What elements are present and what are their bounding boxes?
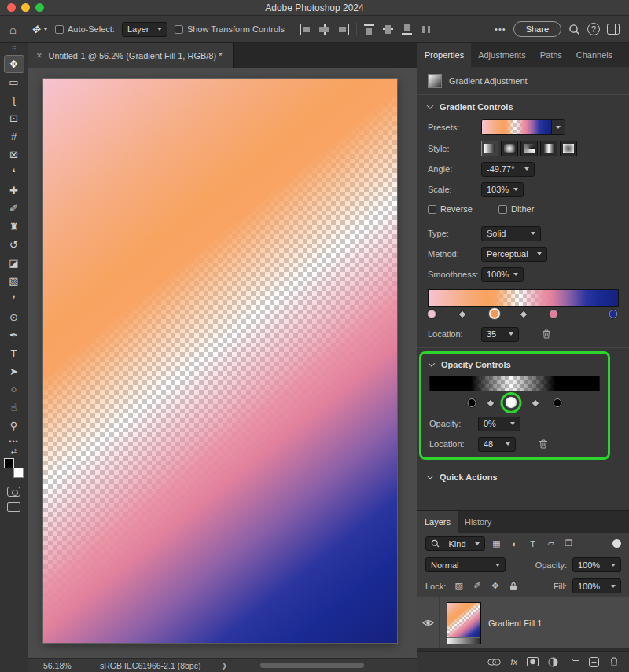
eyedropper-tool[interactable]: ❛ [4,163,24,182]
lock-transparent-pixels-icon[interactable]: ▨ [452,581,465,591]
align-top-edges-button[interactable] [364,24,376,35]
filter-type-layers-icon[interactable]: T [526,539,539,549]
foreground-color-swatch[interactable] [4,458,14,468]
style-radial-button[interactable] [501,141,518,156]
style-angle-button[interactable] [520,141,538,156]
tab-channels[interactable]: Channels [569,43,620,67]
screen-mode-button[interactable] [7,502,20,512]
dodge-tool[interactable]: ⊙ [4,308,24,326]
delete-opacity-stop-button[interactable] [538,439,549,450]
brush-tool[interactable]: ✐ [4,200,24,218]
blur-tool[interactable]: ❜ [4,290,24,308]
close-window-button[interactable] [7,3,16,12]
opacity-stop-left[interactable] [468,398,476,407]
filter-pixel-layers-icon[interactable]: ▦ [490,538,503,549]
more-options-button[interactable]: ••• [495,24,506,34]
layer-thumbnail[interactable] [447,602,481,644]
filter-adjustment-layers-icon[interactable]: ◐ [508,539,521,549]
method-dropdown[interactable]: Perceptual [481,247,547,262]
scale-dropdown[interactable]: 103% [481,182,524,197]
frame-tool[interactable]: ⊠ [4,145,24,163]
align-right-edges-button[interactable] [337,24,349,35]
midpoint-diamond[interactable] [487,400,494,406]
type-tool[interactable]: T [4,344,24,362]
tab-layers[interactable]: Layers [417,511,458,533]
object-selection-tool[interactable]: ⊡ [4,109,24,127]
lock-all-icon[interactable] [506,582,520,591]
type-dropdown[interactable]: Solid [481,226,541,241]
healing-brush-tool[interactable]: ✚ [4,182,24,200]
filter-smart-objects-icon[interactable]: ❐ [562,538,576,549]
gradient-presets-dropdown[interactable] [481,119,565,135]
swap-colors-icon[interactable]: ⇄ [11,447,17,457]
history-brush-tool[interactable]: ↺ [4,236,24,254]
distribute-spacing-button[interactable] [421,24,432,35]
gradient-tool[interactable]: ▧ [4,272,24,290]
tab-properties[interactable]: Properties [417,43,471,67]
tab-paths[interactable]: Paths [533,43,569,67]
rectangular-marquee-tool[interactable]: ▭ [4,73,24,91]
layer-visibility-toggle[interactable] [417,597,440,648]
add-layer-mask-icon[interactable] [527,657,539,666]
edit-toolbar-button[interactable]: ••• [9,438,18,446]
filter-shape-layers-icon[interactable]: ▱ [544,538,557,549]
layer-name[interactable]: Gradient Fill 1 [488,619,542,628]
auto-select-checkbox[interactable]: Auto-Select: [55,24,115,34]
style-linear-button[interactable] [481,141,498,156]
document-canvas[interactable] [43,79,397,643]
delete-color-stop-button[interactable] [541,329,552,340]
new-adjustment-layer-icon[interactable] [548,657,558,667]
layer-opacity-dropdown[interactable]: 100% [572,557,621,572]
lock-image-pixels-icon[interactable]: ✐ [470,581,484,591]
canvas-area[interactable] [28,68,417,658]
align-vertical-centers-button[interactable] [383,24,395,35]
style-diamond-button[interactable] [560,141,577,156]
align-left-edges-button[interactable] [300,24,311,35]
workspace-icon[interactable] [607,24,620,35]
midpoint-diamond[interactable] [520,311,526,318]
clone-stamp-tool[interactable]: ♜ [4,218,24,236]
color-stop-orange[interactable] [489,308,500,319]
midpoint-diamond[interactable] [458,311,465,318]
dither-checkbox[interactable]: Dither [498,204,534,214]
opacity-stop-right[interactable] [553,398,561,407]
lock-position-icon[interactable]: ✥ [488,581,502,591]
style-reflected-button[interactable] [540,141,557,156]
layer-row[interactable]: Gradient Fill 1 [417,597,629,649]
opacity-location-dropdown[interactable]: 48 [478,437,516,452]
move-tool[interactable]: ✥ [4,55,24,73]
current-tool-button[interactable]: ✥ [31,24,48,35]
midpoint-diamond[interactable] [532,400,538,406]
smoothness-dropdown[interactable]: 100% [481,267,524,282]
color-stop-light-pink[interactable] [427,310,436,318]
crop-tool[interactable]: # [4,127,24,145]
share-button[interactable]: Share [513,21,561,37]
document-tab[interactable]: × Untitled-1 @ 56.2% (Gradient Fill 1, R… [28,43,234,68]
tab-adjustments[interactable]: Adjustments [471,43,533,67]
link-layers-icon[interactable] [487,659,501,666]
show-transform-checkbox[interactable]: Show Transform Controls [175,24,285,34]
background-color-swatch[interactable] [13,468,24,478]
color-location-dropdown[interactable]: 35 [481,327,519,342]
horizontal-scrollbar[interactable] [260,663,364,668]
layer-effects-icon[interactable]: fx [510,657,517,666]
search-icon[interactable] [568,24,580,35]
ellipse-tool[interactable]: ○ [4,380,24,398]
status-chevron-icon[interactable]: ❯ [221,662,227,670]
align-bottom-edges-button[interactable] [402,24,414,35]
fill-dropdown[interactable]: 100% [572,578,621,593]
opacity-editor-bar[interactable] [429,376,600,391]
opacity-controls-header[interactable]: Opacity Controls [421,355,608,372]
close-tab-icon[interactable]: × [36,50,42,61]
toolbar-grip[interactable]: ⠿ [12,46,17,55]
new-layer-icon[interactable] [589,657,599,667]
quick-actions-header[interactable]: Quick Actions [417,465,629,487]
help-icon[interactable]: ? [587,23,600,35]
opacity-stop-selected[interactable] [506,397,517,408]
path-selection-tool[interactable]: ➤ [4,362,24,380]
minimize-window-button[interactable] [21,3,30,12]
auto-select-target-dropdown[interactable]: Layer [122,22,167,37]
color-stop-navy[interactable] [609,310,617,318]
delete-layer-icon[interactable] [609,656,620,667]
home-icon[interactable]: ⌂ [9,23,17,36]
